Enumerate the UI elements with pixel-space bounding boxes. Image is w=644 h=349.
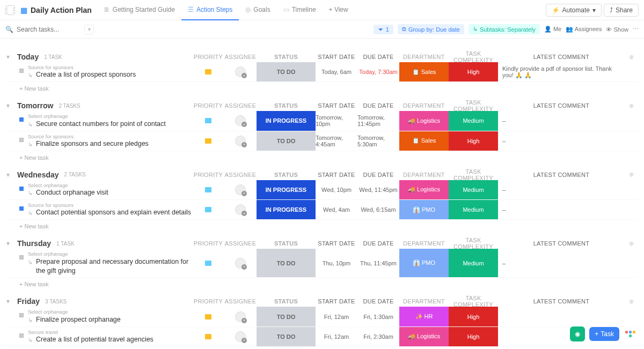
add-view-button[interactable]: + View	[323, 0, 355, 20]
subtasks-pill[interactable]: ↳Subtasks: Separately	[469, 24, 540, 34]
comment-cell[interactable]: Kindly provide a pdf of sponsor list. Th…	[498, 62, 625, 81]
search-input[interactable]	[17, 26, 81, 33]
new-task-link[interactable]: + New task	[19, 154, 638, 161]
task-status-square[interactable]	[19, 313, 24, 317]
assignees-filter[interactable]: 👥 Assignees	[566, 26, 602, 33]
add-assignee-icon[interactable]	[235, 115, 246, 126]
due-date-cell[interactable]: Today, 7:30am	[357, 62, 399, 81]
col-assignee[interactable]: ASSIGNEE	[224, 240, 257, 247]
task-name[interactable]: ↳Secure contact numbers for point of con…	[28, 120, 192, 129]
task-row[interactable]: Source for sponsors ↳Finalize sponsors a…	[6, 131, 638, 151]
share-button[interactable]: ⤴Share	[604, 4, 639, 17]
col-status[interactable]: STATUS	[257, 298, 316, 305]
col-start[interactable]: START DATE	[316, 172, 357, 178]
tab-action-steps[interactable]: ☰Action Steps	[181, 0, 239, 20]
group-toggle[interactable]: ▾	[6, 240, 14, 247]
priority-cell[interactable]	[192, 62, 224, 81]
col-comment[interactable]: LATEST COMMENT	[498, 54, 625, 60]
task-row[interactable]: Select orphanage ↳Secure contact numbers…	[6, 111, 638, 131]
new-task-link[interactable]: + New task	[19, 223, 638, 229]
row-add[interactable]	[625, 249, 638, 277]
status-cell[interactable]: TO DO	[257, 327, 316, 346]
add-column[interactable]: ⊕	[625, 298, 638, 305]
add-assignee-icon[interactable]	[235, 311, 246, 322]
complexity-cell[interactable]: High	[449, 307, 498, 326]
groupby-pill[interactable]: ⧉Group by: Due date	[398, 24, 464, 34]
status-cell[interactable]: IN PROGRESS	[257, 111, 316, 130]
comment-cell[interactable]	[498, 307, 625, 326]
task-row[interactable]: Secure travel ↳Create a list of potentia…	[6, 327, 638, 347]
col-assignee[interactable]: ASSIGNEE	[224, 172, 257, 178]
group-name[interactable]: Tomorrow	[17, 101, 53, 110]
department-cell[interactable]: 🚚 Logistics	[399, 327, 449, 346]
priority-cell[interactable]	[192, 111, 224, 130]
col-assignee[interactable]: ASSIGNEE	[224, 54, 257, 60]
task-status-square[interactable]	[19, 117, 24, 122]
start-date-cell[interactable]: Today, 6am	[316, 62, 357, 81]
col-dept[interactable]: DEPARTMENT	[399, 172, 449, 178]
task-status-square[interactable]	[19, 333, 24, 338]
col-status[interactable]: STATUS	[257, 172, 316, 178]
status-cell[interactable]: IN PROGRESS	[257, 200, 316, 219]
col-comment[interactable]: LATEST COMMENT	[498, 102, 625, 109]
col-complex[interactable]: TASK COMPLEXITY	[449, 50, 498, 63]
automate-button[interactable]: ⚡Automate▾	[546, 4, 602, 17]
comment-cell[interactable]: –	[498, 249, 625, 277]
group-name[interactable]: Wednesday	[17, 170, 59, 179]
row-add[interactable]	[625, 62, 638, 81]
priority-cell[interactable]	[192, 131, 224, 151]
show-menu[interactable]: 👁 Show	[606, 26, 628, 33]
task-row[interactable]: Source for sponsors ↳Contact potential s…	[6, 200, 638, 220]
record-button[interactable]: ◉	[570, 326, 585, 341]
department-cell[interactable]: 🚚 Logistics	[399, 111, 449, 130]
col-complex[interactable]: TASK COMPLEXITY	[449, 168, 498, 181]
status-cell[interactable]: TO DO	[257, 307, 316, 326]
group-name[interactable]: Friday	[17, 297, 40, 306]
task-status-square[interactable]	[19, 206, 24, 211]
group-toggle[interactable]: ▾	[6, 171, 14, 179]
group-toggle[interactable]: ▾	[6, 53, 14, 61]
search[interactable]: 🔍 ▾	[5, 25, 368, 34]
col-assignee[interactable]: ASSIGNEE	[224, 102, 257, 109]
assignee-cell[interactable]	[224, 249, 257, 277]
comment-cell[interactable]: –	[498, 180, 625, 199]
add-assignee-icon[interactable]	[235, 258, 246, 269]
task-name[interactable]: ↳Finalize sponsors and secure pledges	[28, 139, 192, 148]
assignee-cell[interactable]	[224, 327, 257, 346]
add-assignee-icon[interactable]	[235, 184, 246, 195]
col-comment[interactable]: LATEST COMMENT	[498, 172, 625, 178]
col-dept[interactable]: DEPARTMENT	[399, 240, 449, 247]
task-row[interactable]: Select orphanage ↳Prepare proposal and n…	[6, 249, 638, 278]
new-task-link[interactable]: + New task	[19, 85, 638, 92]
row-add[interactable]	[625, 307, 638, 326]
col-due[interactable]: DUE DATE	[357, 54, 399, 60]
tab-timeline[interactable]: ▭Timeline	[277, 0, 323, 20]
col-due[interactable]: DUE DATE	[357, 240, 399, 247]
col-due[interactable]: DUE DATE	[357, 298, 399, 305]
priority-cell[interactable]	[192, 180, 224, 199]
start-date-cell[interactable]: Thu, 10pm	[316, 249, 357, 277]
due-date-cell[interactable]: Fri, 2:30am	[357, 327, 399, 346]
due-date-cell[interactable]: Tomorrow, 11:45pm	[357, 111, 399, 130]
due-date-cell[interactable]: Wed, 11:45pm	[357, 180, 399, 199]
col-priority[interactable]: PRIORITY	[192, 298, 224, 305]
col-priority[interactable]: PRIORITY	[192, 240, 224, 247]
col-complex[interactable]: TASK COMPLEXITY	[449, 237, 498, 250]
group-name[interactable]: Thursday	[17, 239, 51, 248]
due-date-cell[interactable]: Tomorrow, 5:30am	[357, 131, 399, 151]
task-status-square[interactable]	[19, 255, 24, 259]
list-title[interactable]: ▦ Daily Action Plan	[17, 6, 95, 14]
start-date-cell[interactable]: Wed, 10pm	[316, 180, 357, 199]
col-status[interactable]: STATUS	[257, 54, 316, 60]
comment-cell[interactable]: –	[498, 200, 625, 219]
more-menu[interactable]: ⋯	[633, 26, 639, 33]
group-toggle[interactable]: ▾	[6, 298, 14, 305]
task-name[interactable]: ↳Contact potential sponsors and explain …	[28, 208, 192, 217]
col-dept[interactable]: DEPARTMENT	[399, 102, 449, 109]
priority-cell[interactable]	[192, 249, 224, 277]
department-cell[interactable]: 👔 PMO	[399, 249, 449, 277]
complexity-cell[interactable]: Medium	[449, 180, 498, 199]
assignee-cell[interactable]	[224, 200, 257, 219]
col-priority[interactable]: PRIORITY	[192, 102, 224, 109]
status-cell[interactable]: TO DO	[257, 131, 316, 151]
